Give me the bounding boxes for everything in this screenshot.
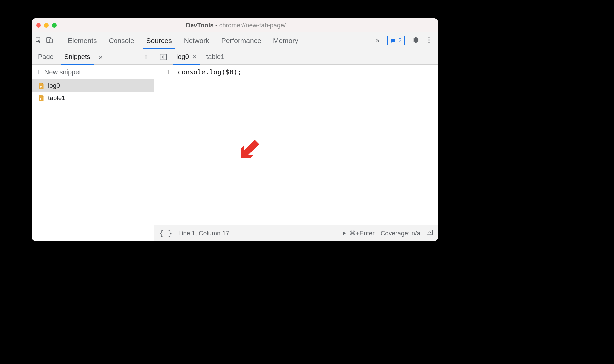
svg-point-5 bbox=[428, 41, 430, 43]
svg-rect-9 bbox=[160, 54, 167, 60]
run-shortcut: ⌘+Enter bbox=[349, 229, 375, 237]
snippet-item-table1[interactable]: table1 bbox=[32, 92, 154, 104]
coverage-status: Coverage: n/a bbox=[381, 230, 420, 237]
close-window-button[interactable] bbox=[36, 23, 41, 28]
inspect-tools bbox=[35, 32, 59, 49]
kebab-menu-icon[interactable] bbox=[425, 36, 433, 45]
messages-badge[interactable]: 2 bbox=[387, 36, 405, 45]
snippet-file-icon bbox=[38, 94, 44, 102]
plus-icon: + bbox=[37, 68, 41, 76]
navigator-more-tabs-icon[interactable]: » bbox=[96, 49, 139, 64]
svg-point-6 bbox=[145, 54, 146, 55]
pretty-print-icon[interactable]: { } bbox=[159, 229, 172, 237]
devtools-window: DevTools - chrome://new-tab-page/ Elemen… bbox=[32, 18, 438, 241]
title-prefix: DevTools - bbox=[186, 22, 219, 29]
new-snippet-label: New snippet bbox=[44, 68, 81, 76]
editor-tab-label: table1 bbox=[206, 53, 225, 61]
main-tab-elements[interactable]: Elements bbox=[62, 32, 103, 49]
title-url: chrome://new-tab-page/ bbox=[219, 22, 286, 29]
window-title: DevTools - chrome://new-tab-page/ bbox=[60, 22, 412, 29]
main-tab-performance[interactable]: Performance bbox=[215, 32, 267, 49]
svg-rect-2 bbox=[50, 39, 52, 43]
code-line[interactable]: console.log($0); bbox=[178, 68, 435, 76]
close-tab-icon[interactable]: ✕ bbox=[192, 53, 197, 61]
messages-count: 2 bbox=[398, 37, 402, 44]
inspect-element-icon[interactable] bbox=[35, 36, 42, 45]
snippet-list: log0table1 bbox=[32, 79, 154, 241]
editor-tab-label: log0 bbox=[176, 53, 189, 61]
snippet-file-icon bbox=[38, 82, 44, 89]
more-tabs-icon[interactable]: » bbox=[372, 32, 384, 49]
editor-statusbar: { } Line 1, Column 17 ⌘+Enter Coverage: … bbox=[154, 225, 438, 241]
line-gutter: 1 bbox=[154, 65, 174, 225]
panel-body: PageSnippets » + New snippet log0table1 … bbox=[32, 49, 438, 241]
toolbar-right: 2 bbox=[384, 32, 435, 49]
settings-icon[interactable] bbox=[412, 36, 419, 45]
navigator-tab-snippets[interactable]: Snippets bbox=[59, 49, 96, 64]
main-tab-console[interactable]: Console bbox=[103, 32, 140, 49]
main-tab-sources[interactable]: Sources bbox=[140, 32, 178, 49]
traffic-lights bbox=[36, 23, 57, 28]
navigator-tabs: PageSnippets » bbox=[32, 49, 154, 65]
svg-point-7 bbox=[145, 56, 146, 57]
code-content[interactable]: console.log($0); bbox=[174, 65, 438, 225]
svg-rect-10 bbox=[427, 230, 433, 235]
main-tab-memory[interactable]: Memory bbox=[267, 32, 304, 49]
main-tabs: ElementsConsoleSourcesNetworkPerformance… bbox=[62, 32, 372, 49]
drawer-toggle-icon[interactable] bbox=[426, 229, 433, 238]
editor-tab-log0[interactable]: log0✕ bbox=[172, 49, 202, 64]
snippet-item-label: table1 bbox=[48, 94, 65, 102]
svg-point-8 bbox=[145, 58, 146, 59]
editor-tabs: log0✕table1 bbox=[154, 49, 438, 65]
snippet-item-label: log0 bbox=[48, 82, 60, 89]
cursor-position: Line 1, Column 17 bbox=[178, 230, 229, 237]
maximize-window-button[interactable] bbox=[52, 23, 57, 28]
svg-point-3 bbox=[428, 37, 430, 38]
device-toolbar-icon[interactable] bbox=[46, 36, 53, 45]
editor-area: log0✕table1 1 console.log($0); { } Line … bbox=[154, 49, 438, 241]
navigator-tab-page[interactable]: Page bbox=[33, 49, 59, 64]
new-snippet-button[interactable]: + New snippet bbox=[32, 65, 154, 79]
navigator-sidebar: PageSnippets » + New snippet log0table1 bbox=[32, 49, 154, 241]
main-tab-network[interactable]: Network bbox=[178, 32, 215, 49]
minimize-window-button[interactable] bbox=[44, 23, 49, 28]
main-toolbar: ElementsConsoleSourcesNetworkPerformance… bbox=[32, 32, 438, 49]
line-number: 1 bbox=[154, 68, 170, 76]
snippet-item-log0[interactable]: log0 bbox=[32, 79, 154, 92]
svg-point-4 bbox=[428, 39, 430, 41]
editor-tab-table1[interactable]: table1 bbox=[202, 49, 229, 64]
navigator-kebab-icon[interactable] bbox=[139, 49, 153, 64]
navigate-back-icon[interactable] bbox=[156, 49, 170, 64]
window-titlebar: DevTools - chrome://new-tab-page/ bbox=[32, 18, 438, 32]
run-snippet-button[interactable]: ⌘+Enter bbox=[342, 229, 375, 237]
code-editor[interactable]: 1 console.log($0); bbox=[154, 65, 438, 225]
